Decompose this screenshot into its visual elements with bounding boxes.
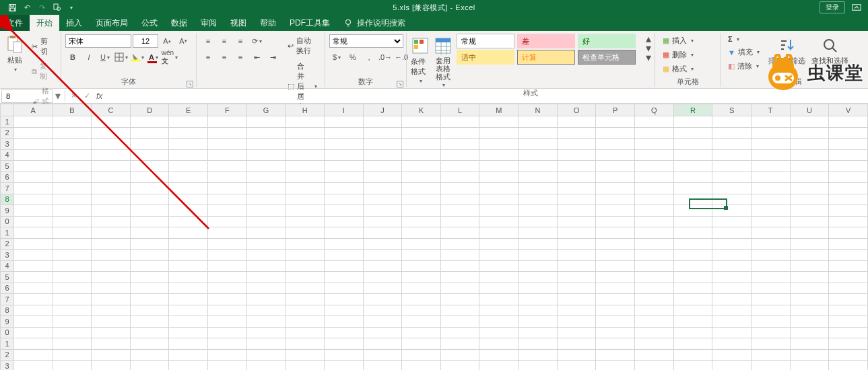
cell[interactable] xyxy=(596,227,635,239)
cell[interactable] xyxy=(363,260,402,272)
cell[interactable] xyxy=(402,127,441,139)
cell[interactable] xyxy=(673,205,712,217)
cell[interactable] xyxy=(751,238,790,250)
cell[interactable] xyxy=(208,250,247,261)
cell[interactable] xyxy=(169,361,208,371)
cell[interactable] xyxy=(53,305,92,316)
number-format-combo[interactable]: 常规 xyxy=(329,34,403,48)
fx-icon[interactable]: fx xyxy=(94,91,105,101)
cell[interactable] xyxy=(557,161,596,172)
cell[interactable] xyxy=(479,305,519,316)
cell[interactable] xyxy=(557,216,596,227)
cell-style-option[interactable]: 差 xyxy=(517,34,575,48)
redo-icon[interactable]: ↷ xyxy=(35,1,48,14)
cell[interactable] xyxy=(635,361,674,371)
cell[interactable] xyxy=(790,116,829,128)
phonetic-guide-button[interactable]: wén文▾ xyxy=(162,50,177,64)
cell[interactable] xyxy=(751,127,790,139)
cell[interactable] xyxy=(596,183,635,194)
cell[interactable] xyxy=(92,327,131,338)
cell[interactable] xyxy=(208,205,247,217)
cell[interactable] xyxy=(13,149,53,161)
cell[interactable] xyxy=(324,283,363,294)
cell[interactable] xyxy=(324,116,363,128)
cell[interactable] xyxy=(479,349,519,361)
cell[interactable] xyxy=(92,127,131,139)
cell[interactable] xyxy=(286,338,325,350)
cell[interactable] xyxy=(324,294,363,305)
cell[interactable] xyxy=(673,127,712,139)
copy-button[interactable]: ⧉复制 xyxy=(28,60,57,83)
format-cells-button[interactable]: ▦格式▾ xyxy=(659,63,697,75)
cell[interactable] xyxy=(169,260,208,272)
cell[interactable] xyxy=(635,294,674,305)
cell[interactable] xyxy=(363,327,402,338)
cell[interactable] xyxy=(363,139,402,150)
cell[interactable] xyxy=(440,260,479,272)
cell[interactable] xyxy=(596,250,635,261)
cell[interactable] xyxy=(13,183,53,194)
cell[interactable] xyxy=(208,283,247,294)
cell[interactable] xyxy=(286,116,325,128)
cell[interactable] xyxy=(673,316,712,328)
cell[interactable] xyxy=(751,316,790,328)
column-header[interactable]: E xyxy=(169,104,208,116)
row-header[interactable]: 2 xyxy=(1,349,14,361)
format-as-table-button[interactable]: 套用 表格格式▾ xyxy=(434,34,453,88)
cell[interactable] xyxy=(829,294,868,305)
cell[interactable] xyxy=(519,194,558,205)
cell[interactable] xyxy=(130,361,169,371)
tab-file[interactable]: 文件 xyxy=(0,15,30,31)
row-header[interactable]: 8 xyxy=(1,194,14,205)
cell[interactable] xyxy=(13,283,53,294)
cell[interactable] xyxy=(13,205,53,217)
column-header[interactable]: H xyxy=(286,104,325,116)
cell-styles-gallery[interactable]: 常规差好适中计算检查单元格 xyxy=(457,34,637,65)
cell[interactable] xyxy=(596,127,635,139)
cell[interactable] xyxy=(324,250,363,261)
cell[interactable] xyxy=(286,361,325,371)
tab-page-layout[interactable]: 页面布局 xyxy=(89,15,135,31)
fill-color-button[interactable]: ▾ xyxy=(130,50,145,64)
cell[interactable] xyxy=(13,238,53,250)
cell[interactable] xyxy=(712,194,752,205)
cell[interactable] xyxy=(596,194,635,205)
cell[interactable] xyxy=(751,183,790,194)
cell[interactable] xyxy=(92,272,131,283)
cell[interactable] xyxy=(53,216,92,227)
font-color-button[interactable]: A▾ xyxy=(146,50,161,64)
cell[interactable] xyxy=(208,172,247,183)
cell[interactable] xyxy=(402,116,441,128)
cell[interactable] xyxy=(324,172,363,183)
cell[interactable] xyxy=(557,127,596,139)
print-preview-icon[interactable] xyxy=(50,1,63,14)
cell[interactable] xyxy=(13,272,53,283)
cell[interactable] xyxy=(440,250,479,261)
cell[interactable] xyxy=(829,116,868,128)
cell[interactable] xyxy=(363,205,402,217)
cell[interactable] xyxy=(92,250,131,261)
cell[interactable] xyxy=(286,316,325,328)
cell[interactable] xyxy=(246,294,286,305)
cell[interactable] xyxy=(790,305,829,316)
cell[interactable] xyxy=(208,361,247,371)
tab-review[interactable]: 审阅 xyxy=(194,15,224,31)
cell[interactable] xyxy=(130,149,169,161)
cell[interactable] xyxy=(286,349,325,361)
cell[interactable] xyxy=(635,172,674,183)
clear-button[interactable]: ◧清除▾ xyxy=(725,60,763,73)
cell[interactable] xyxy=(246,238,286,250)
cell[interactable] xyxy=(402,139,441,150)
cell[interactable] xyxy=(829,361,868,371)
cell[interactable] xyxy=(363,149,402,161)
cell[interactable] xyxy=(790,161,829,172)
row-header[interactable]: 5 xyxy=(1,272,14,283)
cell[interactable] xyxy=(130,316,169,328)
cell[interactable] xyxy=(92,116,131,128)
cell[interactable] xyxy=(557,283,596,294)
column-header[interactable]: D xyxy=(130,104,169,116)
cell[interactable] xyxy=(635,149,674,161)
row-header[interactable]: 0 xyxy=(1,216,14,227)
column-header[interactable]: B xyxy=(53,104,92,116)
cell[interactable] xyxy=(13,316,53,328)
